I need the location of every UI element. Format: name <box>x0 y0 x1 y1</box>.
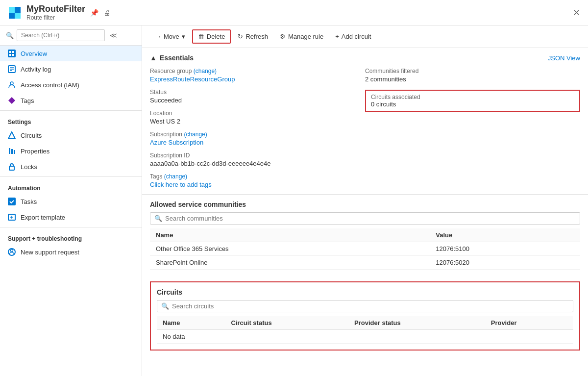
subscription-change-link[interactable]: (change) <box>184 131 207 138</box>
communities-search-input[interactable] <box>165 215 576 222</box>
sidebar-item-new-support[interactable]: New support request <box>0 244 142 260</box>
circuits-search-input[interactable] <box>172 302 569 310</box>
resource-group-value-link[interactable]: ExpressRouteResourceGroup <box>150 75 365 83</box>
move-chevron-icon: ▾ <box>182 33 185 40</box>
svg-rect-18 <box>14 150 15 154</box>
svg-rect-19 <box>9 166 14 170</box>
tags-value-link[interactable]: Click here to add tags <box>150 181 365 188</box>
communities-search-box: 🔍 <box>150 212 580 225</box>
sidebar-item-tasks-label: Tasks <box>21 198 37 205</box>
svg-rect-16 <box>9 148 10 154</box>
sidebar-item-activity-log[interactable]: Activity log <box>0 61 142 77</box>
delete-button[interactable]: 🗑 Delete <box>192 29 231 44</box>
locks-icon <box>8 163 16 171</box>
add-circuit-icon: + <box>335 33 339 40</box>
essentials-collapse-icon[interactable]: ▲ <box>150 54 157 62</box>
circuits-search-box: 🔍 <box>157 300 573 312</box>
close-icon[interactable]: ✕ <box>573 7 580 18</box>
sidebar-item-overview-label: Overview <box>21 50 47 57</box>
circuits-section-title: Circuits <box>157 288 573 296</box>
svg-rect-17 <box>11 149 13 154</box>
support-section-title: Support + troubleshooting <box>0 229 142 244</box>
tags-change-link[interactable]: (change) <box>164 173 187 180</box>
sidebar-item-access-control-label: Access control (IAM) <box>21 81 79 89</box>
export-template-icon <box>8 213 16 221</box>
sidebar-item-overview[interactable]: Overview <box>0 46 142 61</box>
sidebar-item-circuits[interactable]: Circuits <box>0 127 142 143</box>
add-circuit-button[interactable]: + Add circuit <box>330 30 376 43</box>
sidebar-item-activity-log-label: Activity log <box>21 66 51 73</box>
svg-rect-5 <box>9 51 11 53</box>
communities-row-value: 12076:5020 <box>430 256 580 270</box>
communities-table-row: Other Office 365 Services 12076:5100 <box>150 242 580 256</box>
sidebar-item-tasks[interactable]: Tasks <box>0 194 142 209</box>
svg-rect-0 <box>9 7 15 13</box>
svg-rect-6 <box>12 51 14 53</box>
subscription-field: Subscription (change) Azure Subscription <box>150 131 365 146</box>
sidebar-item-access-control[interactable]: Access control (IAM) <box>0 77 142 93</box>
svg-rect-20 <box>8 198 16 205</box>
toolbar: → Move ▾ 🗑 Delete ↻ Refresh ⚙ Manage rul… <box>142 25 588 48</box>
activity-log-icon <box>8 65 16 73</box>
svg-rect-2 <box>9 13 15 19</box>
sidebar-item-export-template-label: Export template <box>21 214 65 221</box>
print-icon[interactable]: 🖨 <box>103 9 110 17</box>
essentials-section: ▲ Essentials JSON View Resource group (c… <box>142 48 588 195</box>
move-button[interactable]: → Move ▾ <box>150 30 190 43</box>
resource-group-change-link[interactable]: (change) <box>194 68 217 75</box>
content-area: → Move ▾ 🗑 Delete ↻ Refresh ⚙ Manage rul… <box>142 25 588 376</box>
title-bar: MyRouteFilter Route filter 📌 🖨 ✕ <box>0 0 588 25</box>
search-icon: 🔍 <box>6 32 14 39</box>
sidebar-item-properties-label: Properties <box>21 148 49 155</box>
tasks-icon <box>8 198 16 205</box>
collapse-sidebar-btn[interactable]: ≪ <box>110 31 117 39</box>
sidebar-item-circuits-label: Circuits <box>21 132 42 139</box>
essentials-title: ▲ Essentials <box>150 54 194 62</box>
sidebar-item-export-template[interactable]: Export template <box>0 209 142 225</box>
svg-rect-1 <box>15 7 21 13</box>
subscription-id-field: Subscription ID aaaa0a0a-bb1b-cc2c-dd3d-… <box>150 152 365 167</box>
subscription-value-link[interactable]: Azure Subscription <box>150 139 365 146</box>
communities-table-row: SharePoint Online 12076:5020 <box>150 256 580 270</box>
refresh-icon: ↻ <box>238 33 243 40</box>
json-view-link[interactable]: JSON View <box>548 54 580 62</box>
circuits-associated-field: Circuits associated 0 circuits <box>365 89 580 112</box>
location-field: Location West US 2 <box>150 110 365 125</box>
allowed-communities-title: Allowed service communities <box>150 201 580 208</box>
sidebar-item-properties[interactable]: Properties <box>0 143 142 159</box>
sidebar-item-tags[interactable]: Tags <box>0 93 142 108</box>
svg-point-13 <box>10 82 13 85</box>
circuits-search-icon: 🔍 <box>161 302 169 310</box>
communities-row-value: 12076:5100 <box>430 242 580 256</box>
svg-rect-4 <box>8 50 16 57</box>
circuits-no-data: No data <box>157 330 573 344</box>
communities-row-name: SharePoint Online <box>150 256 430 270</box>
svg-rect-8 <box>12 54 14 56</box>
communities-row-name: Other Office 365 Services <box>150 242 430 256</box>
circuits-icon <box>8 131 16 139</box>
allowed-communities-section: Allowed service communities 🔍 Name Value… <box>142 195 588 276</box>
new-support-icon <box>8 248 16 256</box>
pin-icon[interactable]: 📌 <box>90 9 98 17</box>
automation-section-title: Automation <box>0 179 142 194</box>
tags-icon <box>8 97 16 104</box>
communities-search-icon: 🔍 <box>154 215 162 222</box>
resource-group-field: Resource group (change) ExpressRouteReso… <box>150 68 365 83</box>
properties-icon <box>8 147 16 155</box>
sidebar-item-tags-label: Tags <box>21 97 34 104</box>
manage-rule-button[interactable]: ⚙ Manage rule <box>275 30 328 43</box>
page-title: MyRouteFilter <box>26 4 85 14</box>
sidebar-item-locks-label: Locks <box>21 163 37 171</box>
circuits-section: Circuits 🔍 Name Circuit status Provider … <box>150 281 580 351</box>
route-filter-icon <box>8 6 22 20</box>
search-input[interactable] <box>17 29 105 41</box>
sidebar-item-new-support-label: New support request <box>21 249 79 256</box>
circuits-col-circuit-status: Circuit status <box>225 316 348 330</box>
svg-rect-3 <box>15 13 21 19</box>
access-control-icon <box>8 81 16 89</box>
refresh-button[interactable]: ↻ Refresh <box>233 30 273 43</box>
circuits-table: Name Circuit status Provider status Prov… <box>157 316 573 344</box>
status-field: Status Succeeded <box>150 89 365 104</box>
sidebar-item-locks[interactable]: Locks <box>0 159 142 175</box>
communities-table: Name Value Other Office 365 Services 120… <box>150 228 580 270</box>
